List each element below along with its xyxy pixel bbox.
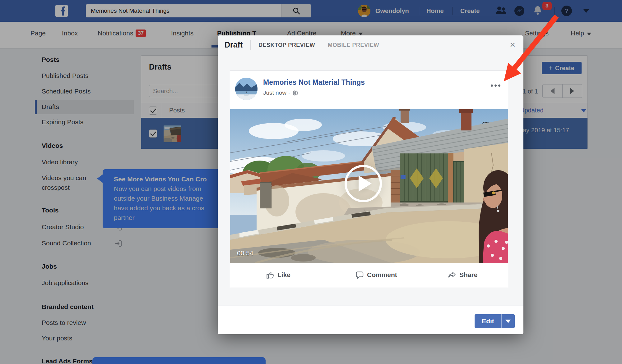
chevron-down-icon bbox=[505, 320, 511, 323]
share-label: Share bbox=[459, 271, 477, 279]
comment-button[interactable]: Comment bbox=[355, 271, 397, 279]
post-page-name-link[interactable]: Memories Not Material Things bbox=[263, 78, 365, 87]
close-icon[interactable]: × bbox=[510, 39, 515, 51]
modal-header-divider bbox=[250, 40, 251, 50]
share-icon bbox=[448, 271, 456, 279]
share-button[interactable]: Share bbox=[448, 271, 477, 279]
like-button[interactable]: Like bbox=[266, 271, 290, 279]
draft-preview-modal: Draft DESKTOP PREVIEW MOBILE PREVIEW × M… bbox=[218, 35, 523, 334]
modal-header: Draft DESKTOP PREVIEW MOBILE PREVIEW × bbox=[218, 35, 523, 55]
post-action-bar: Like Comment Share bbox=[230, 263, 508, 288]
video-duration: 00:54 bbox=[237, 249, 253, 257]
comment-icon bbox=[355, 271, 364, 279]
comment-label: Comment bbox=[367, 271, 397, 279]
play-button[interactable] bbox=[345, 165, 382, 202]
edit-split-button: Edit bbox=[475, 314, 515, 328]
post-options-icon[interactable] bbox=[491, 84, 500, 87]
video-player[interactable]: 00:54 bbox=[230, 109, 508, 263]
post-preview-card: Memories Not Material Things Just now · bbox=[230, 71, 508, 288]
tab-desktop-preview[interactable]: DESKTOP PREVIEW bbox=[258, 42, 315, 48]
globe-icon bbox=[292, 90, 298, 96]
tab-mobile-preview[interactable]: MOBILE PREVIEW bbox=[328, 42, 379, 48]
post-meta: Just now · bbox=[263, 89, 298, 96]
edit-button[interactable]: Edit bbox=[475, 314, 501, 328]
page-avatar[interactable] bbox=[235, 78, 258, 100]
post-timestamp: Just now · bbox=[263, 89, 290, 96]
modal-title: Draft bbox=[225, 40, 243, 49]
facebook-publishing-tools-screen: Gwendolyn Home Create 3 ? bbox=[0, 0, 622, 364]
thumbs-up-icon bbox=[266, 271, 274, 279]
play-icon bbox=[359, 175, 372, 192]
like-label: Like bbox=[277, 271, 290, 279]
edit-options-caret[interactable] bbox=[501, 314, 515, 328]
modal-footer: Edit bbox=[218, 306, 523, 334]
